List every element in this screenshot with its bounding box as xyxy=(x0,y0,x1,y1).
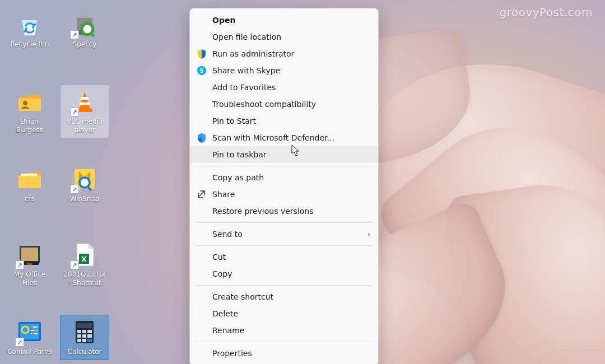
desktop-icon-office-files[interactable]: ↗My Office Files xyxy=(6,238,54,291)
control-panel-icon: ↗ xyxy=(16,319,43,346)
desktop-icon-label: My Office Files xyxy=(7,270,53,287)
menu-icon-blank xyxy=(196,31,208,43)
menu-item-label: Restore previous versions xyxy=(212,207,370,216)
desktop-icon-efs[interactable]: efs xyxy=(6,162,54,207)
menu-item-label: Properties xyxy=(212,349,370,358)
menu-icon-blank xyxy=(196,324,208,337)
desktop-icon-speccy[interactable]: ↗Speccy xyxy=(61,8,109,52)
shortcut-overlay-icon: ↗ xyxy=(70,108,79,116)
recycle-bin-icon xyxy=(16,11,43,38)
menu-separator xyxy=(196,285,373,286)
context-menu: OpenOpen file locationRun as administrat… xyxy=(189,8,379,364)
menu-icon-blank xyxy=(196,115,208,127)
menu-item-label: Scan with Microsoft Defender... xyxy=(212,133,370,142)
menu-item-share[interactable]: Share xyxy=(190,186,378,203)
menu-item-label: Share xyxy=(212,190,370,199)
menu-icon-blank xyxy=(196,228,208,240)
menu-item-label: Open file location xyxy=(212,32,370,41)
menu-item-copy-as-path[interactable]: Copy as path xyxy=(190,169,378,186)
vlc-icon: ↗ xyxy=(71,88,98,115)
menu-icon-blank xyxy=(196,98,208,110)
menu-icon-blank xyxy=(196,268,208,280)
shortcut-overlay-icon: ↗ xyxy=(15,260,24,269)
menu-item-label: Cut xyxy=(212,253,370,262)
menu-item-troubleshoot-compatibility[interactable]: Troubleshoot compatibility xyxy=(190,96,378,113)
menu-separator xyxy=(196,222,373,223)
menu-item-label: Rename xyxy=(212,326,370,335)
menu-icon-blank xyxy=(196,251,208,263)
menu-item-restore-previous-versions[interactable]: Restore previous versions xyxy=(190,203,378,220)
shortcut-overlay-icon: ↗ xyxy=(15,338,24,347)
share-arrow-icon xyxy=(196,188,208,200)
menu-item-label: Copy xyxy=(212,269,370,278)
folder-icon xyxy=(16,166,43,193)
photos-folder-icon: ↗ xyxy=(16,241,43,268)
menu-item-scan-with-microsoft-defender[interactable]: Scan with Microsoft Defender... xyxy=(190,129,378,146)
menu-item-share-with-skype[interactable]: Share with Skype xyxy=(190,62,378,79)
menu-item-label: Troubleshoot compatibility xyxy=(212,100,370,109)
menu-item-label: Create shortcut xyxy=(212,292,370,301)
menu-item-label: Copy as path xyxy=(212,173,370,182)
desktop-icon-control-panel[interactable]: ↗Control Panel xyxy=(6,315,54,360)
menu-icon-blank xyxy=(196,14,208,26)
desktop-icon-label: 2001Q1.xlsx - Shortcut xyxy=(62,270,108,287)
shortcut-overlay-icon: ↗ xyxy=(70,185,79,194)
menu-item-cut[interactable]: Cut xyxy=(190,249,378,265)
menu-item-label: Run as administrator xyxy=(212,49,370,58)
shield-admin-icon xyxy=(196,48,208,60)
chevron-right-icon: › xyxy=(367,230,370,238)
desktop-icon-label: Recycle Bin xyxy=(7,40,53,49)
menu-icon-blank xyxy=(196,205,208,217)
menu-item-label: Share with Skype xyxy=(212,66,370,75)
speccy-icon: ↗ xyxy=(71,11,98,38)
menu-item-label: Pin to Start xyxy=(212,116,370,125)
menu-item-pin-to-taskbar[interactable]: Pin to taskbar xyxy=(190,146,378,163)
shortcut-overlay-icon: ↗ xyxy=(70,30,79,39)
menu-icon-blank xyxy=(196,307,208,320)
menu-item-label: Send to xyxy=(212,230,367,239)
menu-item-label: Add to Favorites xyxy=(212,83,370,92)
desktop-icon-label: Calculator xyxy=(62,348,108,356)
menu-icon-blank xyxy=(196,291,208,303)
menu-icon-blank xyxy=(196,148,208,161)
menu-separator xyxy=(196,342,373,342)
menu-item-run-as-administrator[interactable]: Run as administrator xyxy=(190,45,378,62)
menu-item-open[interactable]: Open xyxy=(190,12,378,29)
user-folder-icon xyxy=(16,88,43,115)
menu-item-delete[interactable]: Delete xyxy=(190,305,378,322)
menu-item-rename[interactable]: Rename xyxy=(190,322,378,339)
desktop-icon-label: VLC media player xyxy=(62,118,108,134)
menu-separator xyxy=(196,245,373,246)
winsnap-icon: ↗ xyxy=(71,166,98,193)
menu-item-pin-to-start[interactable]: Pin to Start xyxy=(190,113,378,129)
menu-item-label: Pin to taskbar xyxy=(212,150,370,159)
defender-shield-icon xyxy=(196,132,208,144)
menu-item-properties[interactable]: Properties xyxy=(190,345,378,362)
shortcut-overlay-icon: ↗ xyxy=(70,260,79,269)
desktop-icon-calculator[interactable]: Calculator xyxy=(61,315,109,360)
menu-separator xyxy=(196,166,373,166)
desktop-icon-label: Control Panel xyxy=(7,348,53,356)
desktop-icon-label: Speccy xyxy=(62,40,108,49)
desktop-icon-winsnap[interactable]: ↗WinSnap xyxy=(61,162,109,207)
menu-item-add-to-favorites[interactable]: Add to Favorites xyxy=(190,79,378,96)
desktop-icon-label: WinSnap xyxy=(62,195,108,203)
calculator-icon xyxy=(71,319,98,346)
skype-icon xyxy=(196,64,208,77)
menu-icon-blank xyxy=(196,81,208,94)
menu-item-send-to[interactable]: Send to› xyxy=(190,226,378,242)
menu-item-open-file-location[interactable]: Open file location xyxy=(190,29,378,45)
menu-item-create-shortcut[interactable]: Create shortcut xyxy=(190,288,378,305)
desktop-icon-brian-burgess[interactable]: Brian Burgess xyxy=(6,85,54,138)
desktop-icon-label: efs xyxy=(7,195,53,203)
desktop-icon-vlc[interactable]: ↗VLC media player xyxy=(61,85,109,138)
desktop-icon-recycle-bin[interactable]: Recycle Bin xyxy=(6,8,54,52)
excel-file-icon: ↗ xyxy=(71,241,98,268)
menu-icon-blank xyxy=(196,347,208,360)
menu-item-label: Open xyxy=(212,16,370,25)
menu-item-label: Delete xyxy=(212,309,370,318)
desktop-icon-excel-file[interactable]: ↗2001Q1.xlsx - Shortcut xyxy=(61,238,109,291)
menu-item-copy[interactable]: Copy xyxy=(190,265,378,282)
menu-icon-blank xyxy=(196,171,208,184)
desktop-icon-label: Brian Burgess xyxy=(7,118,53,134)
